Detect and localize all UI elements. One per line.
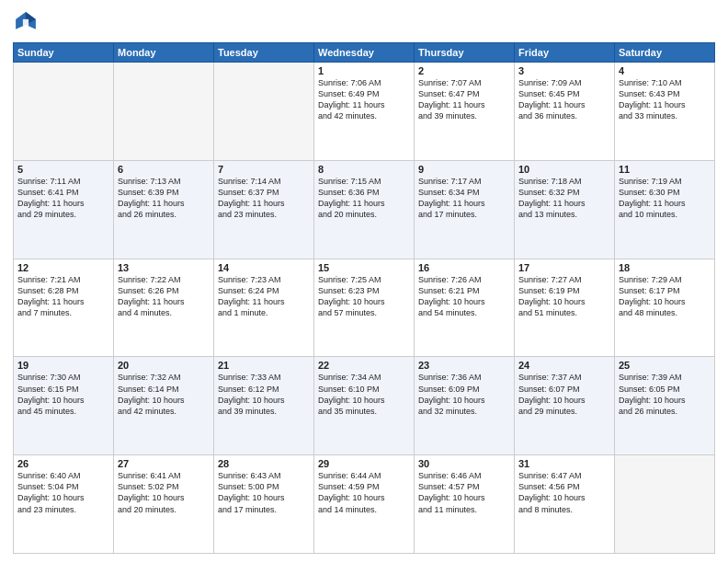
calendar-cell: 18Sunrise: 7:29 AM Sunset: 6:17 PM Dayli… — [615, 259, 715, 357]
calendar-cell — [114, 63, 214, 161]
day-info: Sunrise: 7:37 AM Sunset: 6:07 PM Dayligh… — [518, 372, 610, 417]
calendar-cell: 22Sunrise: 7:34 AM Sunset: 6:10 PM Dayli… — [314, 357, 415, 455]
day-number: 15 — [318, 262, 410, 273]
day-info: Sunrise: 7:21 AM Sunset: 6:28 PM Dayligh… — [17, 274, 109, 319]
calendar-cell: 14Sunrise: 7:23 AM Sunset: 6:24 PM Dayli… — [214, 259, 314, 357]
weekday-header-sunday: Sunday — [14, 43, 114, 63]
day-number: 18 — [619, 262, 711, 273]
calendar-cell: 10Sunrise: 7:18 AM Sunset: 6:32 PM Dayli… — [515, 160, 615, 259]
calendar-cell: 24Sunrise: 7:37 AM Sunset: 6:07 PM Dayli… — [515, 357, 615, 455]
calendar-cell: 6Sunrise: 7:13 AM Sunset: 6:39 PM Daylig… — [114, 160, 214, 259]
day-number: 25 — [619, 360, 711, 371]
day-info: Sunrise: 6:43 AM Sunset: 5:00 PM Dayligh… — [218, 470, 310, 515]
weekday-header-friday: Friday — [515, 43, 615, 63]
calendar-cell: 26Sunrise: 6:40 AM Sunset: 5:04 PM Dayli… — [14, 455, 114, 554]
day-number: 8 — [318, 164, 410, 175]
header — [13, 9, 715, 35]
day-info: Sunrise: 7:33 AM Sunset: 6:12 PM Dayligh… — [218, 372, 310, 417]
day-info: Sunrise: 7:09 AM Sunset: 6:45 PM Dayligh… — [518, 77, 610, 122]
calendar-cell — [14, 63, 114, 161]
day-info: Sunrise: 6:41 AM Sunset: 5:02 PM Dayligh… — [118, 470, 210, 515]
day-info: Sunrise: 7:27 AM Sunset: 6:19 PM Dayligh… — [518, 274, 610, 319]
day-number: 1 — [318, 65, 410, 76]
day-number: 14 — [218, 262, 310, 273]
day-number: 2 — [418, 65, 510, 76]
day-number: 30 — [418, 458, 510, 469]
day-number: 26 — [17, 458, 109, 469]
day-number: 7 — [218, 164, 310, 175]
calendar-cell: 4Sunrise: 7:10 AM Sunset: 6:43 PM Daylig… — [615, 63, 715, 161]
day-info: Sunrise: 7:26 AM Sunset: 6:21 PM Dayligh… — [418, 274, 510, 319]
calendar-cell: 31Sunrise: 6:47 AM Sunset: 4:56 PM Dayli… — [515, 455, 615, 554]
calendar-cell: 20Sunrise: 7:32 AM Sunset: 6:14 PM Dayli… — [114, 357, 214, 455]
calendar-cell: 9Sunrise: 7:17 AM Sunset: 6:34 PM Daylig… — [415, 160, 515, 259]
week-row-2: 5Sunrise: 7:11 AM Sunset: 6:41 PM Daylig… — [14, 160, 715, 259]
day-info: Sunrise: 7:30 AM Sunset: 6:15 PM Dayligh… — [17, 372, 109, 417]
day-info: Sunrise: 7:19 AM Sunset: 6:30 PM Dayligh… — [619, 176, 711, 221]
day-number: 6 — [118, 164, 210, 175]
day-info: Sunrise: 7:10 AM Sunset: 6:43 PM Dayligh… — [619, 77, 711, 122]
day-number: 31 — [518, 458, 610, 469]
day-number: 23 — [418, 360, 510, 371]
day-number: 27 — [118, 458, 210, 469]
calendar-cell — [615, 455, 715, 554]
day-number: 29 — [318, 458, 410, 469]
calendar-cell: 29Sunrise: 6:44 AM Sunset: 4:59 PM Dayli… — [314, 455, 415, 554]
day-number: 12 — [17, 262, 109, 273]
calendar-cell: 5Sunrise: 7:11 AM Sunset: 6:41 PM Daylig… — [14, 160, 114, 259]
day-number: 22 — [318, 360, 410, 371]
day-info: Sunrise: 7:23 AM Sunset: 6:24 PM Dayligh… — [218, 274, 310, 319]
day-number: 4 — [619, 65, 711, 76]
day-info: Sunrise: 7:36 AM Sunset: 6:09 PM Dayligh… — [418, 372, 510, 417]
svg-rect-2 — [23, 19, 28, 27]
day-info: Sunrise: 6:46 AM Sunset: 4:57 PM Dayligh… — [418, 470, 510, 515]
day-info: Sunrise: 7:39 AM Sunset: 6:05 PM Dayligh… — [619, 372, 711, 417]
day-info: Sunrise: 7:11 AM Sunset: 6:41 PM Dayligh… — [17, 176, 109, 221]
day-info: Sunrise: 7:25 AM Sunset: 6:23 PM Dayligh… — [318, 274, 410, 319]
day-info: Sunrise: 7:14 AM Sunset: 6:37 PM Dayligh… — [218, 176, 310, 221]
weekday-header-saturday: Saturday — [615, 43, 715, 63]
calendar-cell: 13Sunrise: 7:22 AM Sunset: 6:26 PM Dayli… — [114, 259, 214, 357]
day-info: Sunrise: 7:22 AM Sunset: 6:26 PM Dayligh… — [118, 274, 210, 319]
day-number: 5 — [17, 164, 109, 175]
day-number: 24 — [518, 360, 610, 371]
day-info: Sunrise: 7:29 AM Sunset: 6:17 PM Dayligh… — [619, 274, 711, 319]
week-row-5: 26Sunrise: 6:40 AM Sunset: 5:04 PM Dayli… — [14, 455, 715, 554]
calendar-cell: 23Sunrise: 7:36 AM Sunset: 6:09 PM Dayli… — [415, 357, 515, 455]
calendar-cell: 28Sunrise: 6:43 AM Sunset: 5:00 PM Dayli… — [214, 455, 314, 554]
weekday-header-tuesday: Tuesday — [214, 43, 314, 63]
calendar-cell: 12Sunrise: 7:21 AM Sunset: 6:28 PM Dayli… — [14, 259, 114, 357]
calendar-cell: 1Sunrise: 7:06 AM Sunset: 6:49 PM Daylig… — [314, 63, 415, 161]
calendar-page: SundayMondayTuesdayWednesdayThursdayFrid… — [0, 0, 728, 563]
calendar-cell: 3Sunrise: 7:09 AM Sunset: 6:45 PM Daylig… — [515, 63, 615, 161]
day-info: Sunrise: 7:32 AM Sunset: 6:14 PM Dayligh… — [118, 372, 210, 417]
weekday-header-row: SundayMondayTuesdayWednesdayThursdayFrid… — [14, 43, 715, 63]
day-info: Sunrise: 6:40 AM Sunset: 5:04 PM Dayligh… — [17, 470, 109, 515]
calendar-cell: 25Sunrise: 7:39 AM Sunset: 6:05 PM Dayli… — [615, 357, 715, 455]
day-number: 21 — [218, 360, 310, 371]
calendar-cell: 11Sunrise: 7:19 AM Sunset: 6:30 PM Dayli… — [615, 160, 715, 259]
day-info: Sunrise: 7:07 AM Sunset: 6:47 PM Dayligh… — [418, 77, 510, 122]
day-info: Sunrise: 7:15 AM Sunset: 6:36 PM Dayligh… — [318, 176, 410, 221]
calendar-cell: 21Sunrise: 7:33 AM Sunset: 6:12 PM Dayli… — [214, 357, 314, 455]
day-info: Sunrise: 7:06 AM Sunset: 6:49 PM Dayligh… — [318, 77, 410, 122]
day-number: 19 — [17, 360, 109, 371]
calendar-cell: 7Sunrise: 7:14 AM Sunset: 6:37 PM Daylig… — [214, 160, 314, 259]
logo — [13, 9, 42, 35]
weekday-header-thursday: Thursday — [415, 43, 515, 63]
day-number: 10 — [518, 164, 610, 175]
day-info: Sunrise: 6:44 AM Sunset: 4:59 PM Dayligh… — [318, 470, 410, 515]
weekday-header-wednesday: Wednesday — [314, 43, 415, 63]
day-info: Sunrise: 7:34 AM Sunset: 6:10 PM Dayligh… — [318, 372, 410, 417]
calendar-cell: 30Sunrise: 6:46 AM Sunset: 4:57 PM Dayli… — [415, 455, 515, 554]
calendar-cell — [214, 63, 314, 161]
day-number: 28 — [218, 458, 310, 469]
calendar-cell: 15Sunrise: 7:25 AM Sunset: 6:23 PM Dayli… — [314, 259, 415, 357]
day-number: 11 — [619, 164, 711, 175]
day-number: 17 — [518, 262, 610, 273]
week-row-3: 12Sunrise: 7:21 AM Sunset: 6:28 PM Dayli… — [14, 259, 715, 357]
week-row-4: 19Sunrise: 7:30 AM Sunset: 6:15 PM Dayli… — [14, 357, 715, 455]
day-number: 20 — [118, 360, 210, 371]
calendar-table: SundayMondayTuesdayWednesdayThursdayFrid… — [13, 42, 715, 554]
calendar-cell: 19Sunrise: 7:30 AM Sunset: 6:15 PM Dayli… — [14, 357, 114, 455]
